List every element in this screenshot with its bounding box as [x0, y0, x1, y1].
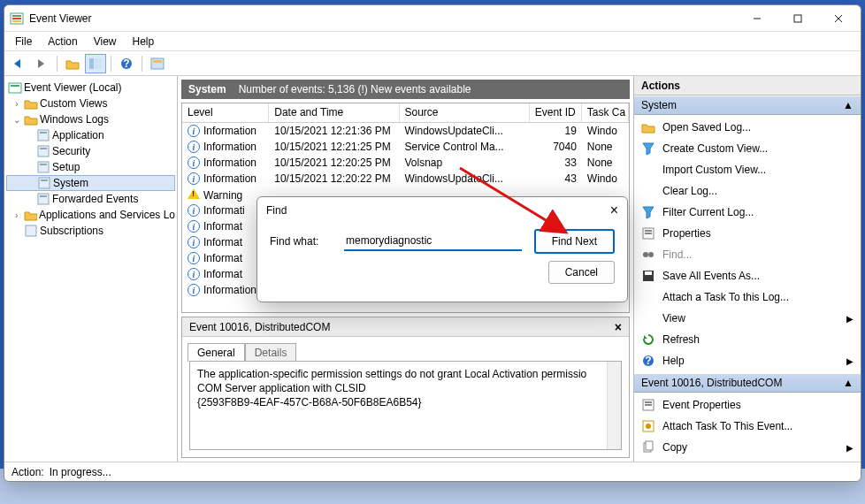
detail-line: {2593F8B9-4EAF-457C-B68A-50F6B8EA6B54}	[197, 395, 614, 409]
tree-label: Setup	[52, 161, 80, 173]
svg-rect-17	[40, 132, 47, 134]
tree-custom-views[interactable]: › Custom Views	[6, 95, 175, 111]
find-title: Find	[266, 204, 287, 217]
expand-icon[interactable]: ›	[11, 99, 22, 109]
action-label: View	[662, 312, 685, 325]
toolbar: ?	[4, 51, 861, 76]
titlebar[interactable]: Event Viewer	[4, 5, 861, 32]
action-item[interactable]: Find...	[634, 244, 861, 265]
svg-rect-16	[38, 130, 49, 141]
col-datetime[interactable]: Date and Time	[269, 103, 399, 122]
actions-section-system[interactable]: System ▲	[634, 95, 861, 115]
scrollbar[interactable]	[607, 362, 621, 449]
action-item[interactable]: Filter Current Log...	[634, 202, 861, 223]
event-detail-panel: Event 10016, DistributedCOM × General De…	[181, 317, 630, 458]
menu-file[interactable]: File	[8, 34, 39, 50]
tree-setup[interactable]: Setup	[6, 159, 175, 175]
svg-rect-25	[40, 195, 47, 197]
svg-point-31	[648, 252, 654, 257]
events-header-title: System	[188, 83, 226, 95]
detail-title: Event 10016, DistributedCOM	[189, 321, 330, 333]
svg-rect-14	[9, 83, 21, 93]
close-icon[interactable]: ×	[610, 202, 618, 218]
col-level[interactable]: Level	[182, 103, 269, 122]
detail-line: The application-specific permission sett…	[197, 367, 614, 381]
action-item[interactable]: Create Custom View...	[634, 138, 861, 159]
svg-rect-19	[40, 148, 47, 149]
chevron-right-icon: ▶	[846, 443, 854, 453]
col-eventid[interactable]: Event ID	[530, 103, 582, 122]
svg-rect-24	[38, 194, 49, 204]
table-row[interactable]: iInformation10/15/2021 12:20:25 PMVolsna…	[182, 155, 629, 171]
maximize-button[interactable]	[777, 6, 818, 31]
tree-apps-services[interactable]: › Applications and Services Lo	[6, 207, 175, 223]
expand-icon[interactable]: ›	[11, 210, 22, 220]
cancel-button[interactable]: Cancel	[548, 261, 615, 284]
action-label: Find...	[662, 248, 692, 261]
tree-subscriptions[interactable]: Subscriptions	[6, 223, 175, 239]
action-item[interactable]: Event Properties	[634, 394, 861, 416]
back-button[interactable]	[8, 54, 29, 73]
menu-action[interactable]: Action	[41, 34, 84, 50]
svg-rect-42	[646, 441, 653, 450]
tree-system[interactable]: System	[6, 175, 175, 191]
actions-header: Actions	[634, 76, 861, 95]
find-next-button[interactable]: Find Next	[534, 229, 615, 254]
svg-rect-12	[151, 58, 164, 69]
table-row[interactable]: iInformation10/15/2021 12:20:22 PMWindow…	[182, 171, 629, 187]
actions-section-event[interactable]: Event 10016, DistributedCOM ▲	[634, 373, 861, 393]
forward-button[interactable]	[31, 54, 52, 73]
svg-rect-23	[41, 179, 48, 181]
col-taskcat[interactable]: Task Ca	[582, 103, 629, 122]
svg-rect-37	[645, 401, 652, 403]
tree-security[interactable]: Security	[6, 143, 175, 159]
tree-application[interactable]: Application	[6, 127, 175, 143]
action-item[interactable]: View▶	[634, 308, 861, 329]
table-row[interactable]: iInformation10/15/2021 12:21:25 PMServic…	[182, 139, 629, 155]
action-item[interactable]: Refresh	[634, 329, 861, 350]
minimize-button[interactable]	[737, 6, 777, 31]
toolbar-folder-icon[interactable]	[62, 54, 83, 73]
col-source[interactable]: Source	[400, 103, 530, 122]
info-icon: i	[188, 141, 200, 153]
tab-general[interactable]: General	[188, 343, 245, 362]
action-item[interactable]: ?Help▶	[634, 350, 861, 371]
action-item[interactable]: Attach Task To This Event...	[634, 416, 861, 437]
warning-icon	[188, 188, 200, 199]
menu-view[interactable]: View	[87, 34, 124, 50]
info-icon: i	[188, 268, 200, 280]
action-item[interactable]: Import Custom View...	[634, 159, 861, 180]
action-item[interactable]: Attach a Task To this Log...	[634, 286, 861, 308]
tree-root[interactable]: Event Viewer (Local)	[6, 80, 175, 95]
window-title: Event Viewer	[29, 12, 737, 25]
close-button[interactable]	[818, 6, 859, 31]
close-icon[interactable]: ×	[615, 320, 622, 334]
status-value: In progress...	[50, 466, 111, 478]
svg-point-30	[643, 252, 648, 257]
find-dialog[interactable]: Find × Find what: Find Next Cancel	[256, 196, 628, 302]
tree-windows-logs[interactable]: ⌄ Windows Logs	[6, 111, 175, 127]
tree-forwarded[interactable]: Forwarded Events	[6, 191, 175, 207]
action-item[interactable]: Properties	[634, 223, 861, 244]
info-icon: i	[188, 157, 200, 169]
svg-rect-22	[39, 178, 50, 188]
svg-rect-18	[38, 146, 49, 157]
svg-rect-21	[40, 164, 47, 165]
action-item[interactable]: Copy▶	[634, 437, 861, 458]
action-item[interactable]: Save All Events As...	[634, 265, 861, 286]
find-input[interactable]	[344, 232, 522, 251]
action-label: Copy	[662, 441, 687, 454]
table-row[interactable]: iInformation10/15/2021 12:21:36 PMWindow…	[182, 123, 629, 139]
menu-help[interactable]: Help	[126, 34, 162, 50]
tab-details[interactable]: Details	[245, 343, 297, 362]
action-item[interactable]: Clear Log...	[634, 180, 861, 202]
svg-text:?: ?	[123, 57, 129, 70]
action-label: Create Custom View...	[662, 142, 768, 155]
toolbar-pane-icon[interactable]	[85, 54, 106, 73]
toolbar-help-icon[interactable]: ?	[116, 54, 137, 73]
collapse-icon[interactable]: ⌄	[11, 115, 22, 125]
action-item[interactable]: Open Saved Log...	[634, 117, 861, 138]
events-header-count: Number of events: 5,136 (!) New events a…	[239, 83, 471, 95]
svg-rect-26	[26, 225, 36, 236]
toolbar-preview-icon[interactable]	[147, 54, 168, 73]
